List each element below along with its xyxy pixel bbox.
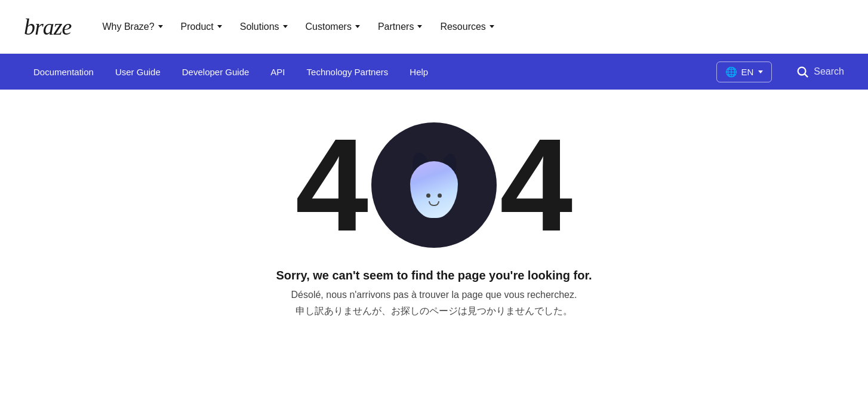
mascot-face [426,193,442,206]
nav-link-customers[interactable]: Customers [298,17,367,37]
docs-nav-links: Documentation User Guide Developer Guide… [24,62,707,82]
top-navigation: braze Why Braze? Product Solutions Custo… [0,0,868,54]
nav-item-solutions[interactable]: Solutions [233,17,295,37]
error-secondary-message-fr: Désolé, nous n'arrivons pas à trouver la… [276,290,592,300]
language-label: EN [741,67,753,77]
error-messages: Sorry, we can't seem to find the page yo… [276,269,592,322]
nav-item-partners[interactable]: Partners [371,17,429,37]
nav-item-customers[interactable]: Customers [298,17,367,37]
svg-line-1 [805,74,808,77]
error-page-content: 4 [0,90,868,346]
braze-logo[interactable]: braze [24,14,71,40]
docs-nav-item-user-guide[interactable]: User Guide [106,62,170,82]
docs-nav-item-technology-partners[interactable]: Technology Partners [297,62,398,82]
docs-nav-link-developer-guide[interactable]: Developer Guide [173,62,259,82]
docs-nav-link-api[interactable]: API [261,62,294,82]
nav-item-resources[interactable]: Resources [433,17,501,37]
search-label[interactable]: Search [814,66,844,77]
mascot-eyes [426,193,442,198]
nav-link-resources[interactable]: Resources [433,17,501,37]
svg-point-0 [798,67,806,75]
mascot-mouth [429,201,439,206]
error-code-second-four: 4 [500,119,572,251]
flame-gradient-body [410,161,458,218]
globe-icon: 🌐 [725,66,737,78]
docs-nav-link-documentation[interactable]: Documentation [24,62,103,82]
nav-link-solutions[interactable]: Solutions [233,17,295,37]
error-primary-message: Sorry, we can't seem to find the page yo… [276,269,592,282]
docs-nav-item-developer-guide[interactable]: Developer Guide [173,62,259,82]
mascot-eye-right [438,193,442,198]
chevron-down-icon [217,25,222,28]
docs-nav-item-documentation[interactable]: Documentation [24,62,103,82]
chevron-down-icon [158,25,163,28]
mascot-eye-left [426,193,430,198]
docs-nav-link-help[interactable]: Help [400,62,438,82]
braze-mascot [407,152,461,218]
chevron-down-icon [283,25,288,28]
docs-nav-item-help[interactable]: Help [400,62,438,82]
docs-nav-link-user-guide[interactable]: User Guide [106,62,170,82]
error-code-first-four: 4 [296,119,368,251]
chevron-down-icon [490,25,494,28]
nav-link-partners[interactable]: Partners [371,17,429,37]
nav-link-why-braze[interactable]: Why Braze? [95,17,170,37]
docs-nav-link-technology-partners[interactable]: Technology Partners [297,62,398,82]
nav-link-product[interactable]: Product [174,17,229,37]
error-code-zero [368,119,500,251]
docs-navigation: Documentation User Guide Developer Guide… [0,54,868,90]
nav-item-why-braze[interactable]: Why Braze? [95,17,170,37]
error-secondary-message-ja: 申し訳ありませんが、お探しのページは見つかりませんでした。 [276,305,592,318]
search-icon [796,65,809,78]
chevron-down-icon [758,70,763,73]
error-graphic: 4 [296,119,573,251]
chevron-down-icon [417,25,422,28]
nav-item-product[interactable]: Product [174,17,229,37]
language-selector-button[interactable]: 🌐 EN [716,62,772,82]
search-area[interactable]: Search [772,65,844,78]
docs-nav-item-api[interactable]: API [261,62,294,82]
chevron-down-icon [355,25,360,28]
flame-body [407,152,461,218]
top-nav-links: Why Braze? Product Solutions Customers [95,17,501,37]
